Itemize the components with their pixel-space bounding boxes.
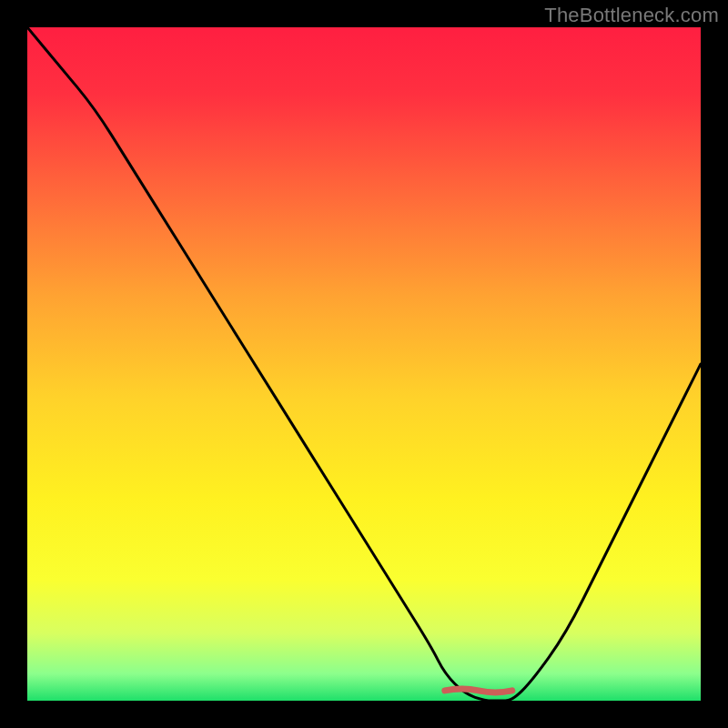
chart-frame: TheBottleneck.com — [0, 0, 728, 728]
watermark-text: TheBottleneck.com — [544, 4, 719, 27]
svg-rect-0 — [27, 27, 701, 701]
plot-area — [27, 27, 701, 701]
heat-gradient-background — [27, 27, 701, 701]
